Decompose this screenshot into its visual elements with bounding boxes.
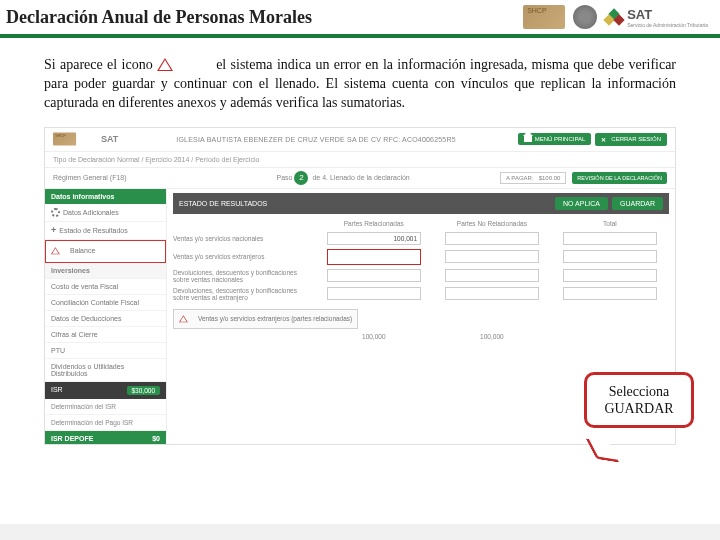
amount-input[interactable]: [445, 269, 539, 282]
sat-logo: SAT Servicio de Administración Tributari…: [605, 7, 708, 28]
no-aplica-button[interactable]: NO APLICA: [555, 197, 608, 210]
table-row: Devoluciones, descuentos y bonificacione…: [173, 285, 669, 303]
sidebar-item-estado-resultados[interactable]: +Estado de Resultados: [45, 222, 166, 240]
row-label: Devoluciones, descuentos y bonificacione…: [173, 269, 315, 283]
app-logos: SAT: [53, 127, 118, 151]
totals-row: 100,000 100,000: [173, 329, 669, 344]
sidebar-det-pago-isr[interactable]: Determinación del Pago ISR: [45, 415, 166, 431]
close-icon: ✕: [601, 136, 608, 143]
column-headers: Partes Relacionadas Partes No Relacionad…: [173, 214, 669, 230]
sidebar-item-dividendos[interactable]: Dividendos o Utilidades Distribuidos: [45, 359, 166, 382]
step-indicator: 2: [294, 171, 308, 185]
warning-icon: !: [51, 247, 60, 255]
amount-input[interactable]: [327, 287, 421, 300]
amount-input[interactable]: [445, 232, 539, 245]
sidebar-head: Datos informativos: [45, 189, 166, 204]
company-label: IGLESIA BAUTISTA EBENEZER DE CRUZ VERDE …: [118, 136, 513, 143]
amount-input[interactable]: [327, 232, 421, 245]
sidebar-item-inversiones[interactable]: Inversiones: [45, 263, 166, 279]
page-title: Declaración Anual de Personas Morales: [0, 7, 523, 28]
sidebar-item-cifras-cierre[interactable]: Cifras al Cierre: [45, 327, 166, 343]
table-row: Devoluciones, descuentos y bonificacione…: [173, 267, 669, 285]
shcp-logo: [523, 5, 565, 29]
amount-input[interactable]: [445, 287, 539, 300]
gov-seal-icon: [573, 5, 597, 29]
main-menu-button[interactable]: MENÚ PRINCIPAL: [518, 133, 592, 145]
inline-error: ! Ventas y/o servicios extranjeros (part…: [173, 309, 358, 329]
row-label: Ventas y/o servicios extranjeros: [173, 253, 315, 260]
sidebar-item-costo-venta[interactable]: Costo de venta Fiscal: [45, 279, 166, 295]
section-bar: ESTADO DE RESULTADOS NO APLICA GUARDAR: [173, 193, 669, 214]
table-row: Ventas y/o servicios nacionales: [173, 230, 669, 247]
home-icon: [524, 136, 532, 142]
gear-icon: [51, 208, 60, 217]
amount-input[interactable]: [563, 232, 657, 245]
logout-button[interactable]: ✕CERRAR SESIÓN: [595, 133, 667, 146]
regimen-label: Régimen General (F18): [53, 174, 127, 181]
amount-to-pay: A PAGAR: $100.00: [500, 172, 566, 184]
app-screenshot: SAT IGLESIA BAUTISTA EBENEZER DE CRUZ VE…: [44, 127, 676, 445]
warning-icon: !: [179, 315, 188, 323]
sidebar-item-balance[interactable]: !Balance: [45, 240, 166, 263]
slide-footer: [0, 524, 720, 540]
review-declaration-button[interactable]: REVISIÓN DE LA DECLARACIÓN: [572, 172, 667, 184]
sidebar-depofe[interactable]: ISR DEPOFE$0: [45, 431, 166, 445]
plus-icon: +: [51, 226, 56, 235]
amount-input[interactable]: [563, 269, 657, 282]
slide-body-text: Si aparece el icono ! el sistema indica …: [0, 38, 720, 119]
header-logos: SAT Servicio de Administración Tributari…: [523, 5, 720, 29]
section-title: ESTADO DE RESULTADOS: [179, 200, 267, 207]
amount-input[interactable]: [327, 249, 421, 265]
guardar-button[interactable]: GUARDAR: [612, 197, 663, 210]
sidebar-isr[interactable]: ISR$30,000: [45, 382, 166, 399]
warning-icon: !: [157, 58, 177, 74]
step-row: Régimen General (F18) Paso 2 de 4. Llena…: [45, 168, 675, 189]
row-label: Ventas y/o servicios nacionales: [173, 235, 315, 242]
amount-input[interactable]: [445, 250, 539, 263]
callout-bubble: Selecciona GUARDAR: [584, 372, 694, 428]
app-topbar: SAT IGLESIA BAUTISTA EBENEZER DE CRUZ VE…: [45, 128, 675, 152]
row-label: Devoluciones, descuentos y bonificacione…: [173, 287, 315, 301]
sidebar: Datos informativos Datos Adicionales +Es…: [45, 189, 167, 435]
amount-input[interactable]: [563, 287, 657, 300]
amount-input[interactable]: [327, 269, 421, 282]
table-row: Ventas y/o servicios extranjeros: [173, 247, 669, 267]
sidebar-item-deducciones[interactable]: Datos de Deducciones: [45, 311, 166, 327]
slide-header: Declaración Anual de Personas Morales SA…: [0, 0, 720, 38]
sidebar-det-isr[interactable]: Determinación del ISR: [45, 399, 166, 415]
sidebar-item-datos-adicionales[interactable]: Datos Adicionales: [45, 204, 166, 222]
amount-input[interactable]: [563, 250, 657, 263]
sidebar-item-ptu[interactable]: PTU: [45, 343, 166, 359]
sidebar-item-conciliacion[interactable]: Conciliación Contable Fiscal: [45, 295, 166, 311]
breadcrumb: Tipo de Declaración Normal / Ejercicio 2…: [45, 152, 675, 168]
